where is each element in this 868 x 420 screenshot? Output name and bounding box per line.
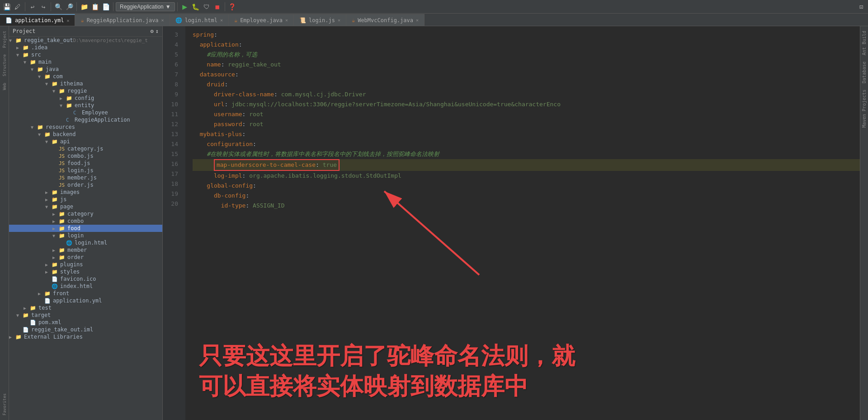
tree-item[interactable]: ▼📁java xyxy=(9,66,162,73)
maven-projects-tab[interactable]: Maven Projects xyxy=(861,87,868,130)
tree-item[interactable]: 🌐index.html xyxy=(9,283,162,290)
close-icon[interactable]: ⊡ xyxy=(856,2,866,12)
tree-item[interactable]: ▼📁reggie_take_out D:\mavenprojects\reggi… xyxy=(9,37,162,44)
tree-item-name: reggie xyxy=(67,88,87,94)
line-number: 6 xyxy=(163,60,182,70)
tab-reggie-close[interactable]: ✕ xyxy=(161,18,164,23)
tab-webmvc-label: WebMvcConfig.java xyxy=(358,17,413,24)
tree-item[interactable]: ▼📁itheima xyxy=(9,80,162,87)
tree-item[interactable]: ▼📁main xyxy=(9,58,162,66)
tree-icon: 🌐 xyxy=(52,283,59,289)
find-replace-icon[interactable]: 🔎 xyxy=(64,2,74,12)
tree-item[interactable]: ▶📁External Libraries xyxy=(9,333,162,340)
code-line: datasource: xyxy=(193,70,860,80)
tree-item[interactable]: JScombo.js xyxy=(9,152,162,160)
tree-item[interactable]: ▼📁resources xyxy=(9,123,162,131)
tree-item[interactable]: CEmployee xyxy=(9,109,162,116)
paste-icon[interactable]: 📄 xyxy=(101,2,111,12)
yaml-key: application xyxy=(200,41,239,48)
open-folder-icon[interactable]: 📁 xyxy=(79,2,89,12)
find-icon[interactable]: 🔍 xyxy=(53,2,63,12)
tree-item-name: .idea xyxy=(31,44,47,51)
tab-reggie[interactable]: ☕ ReggieApplication.java ✕ xyxy=(75,14,170,26)
debug-icon[interactable]: 🐛 xyxy=(191,2,201,12)
tree-item[interactable]: JSmember.js xyxy=(9,174,162,181)
tree-item[interactable]: ▶📁front xyxy=(9,290,162,297)
tree-item[interactable]: ▶📁test xyxy=(9,304,162,311)
tab-login-html-close[interactable]: ✕ xyxy=(220,18,223,23)
tree-item[interactable]: CReggieApplication xyxy=(9,116,162,123)
tree-item[interactable]: ▶📁js xyxy=(9,196,162,203)
tree-item[interactable]: ▶📁.idea xyxy=(9,44,162,51)
structure-tab[interactable]: Structure xyxy=(2,52,7,79)
tree-item[interactable]: ▼📁src xyxy=(9,51,162,58)
tree-item[interactable]: ▶📁combo xyxy=(9,217,162,225)
ant-build-tab[interactable]: Ant Build xyxy=(861,28,868,58)
tree-item[interactable]: ▶📁food xyxy=(9,225,162,232)
tree-item[interactable]: ▶📁styles xyxy=(9,268,162,275)
tree-icon: 📁 xyxy=(15,334,23,340)
tree-item[interactable]: JScategory.js xyxy=(9,145,162,152)
tree-item[interactable]: ▼📁login xyxy=(9,232,162,239)
sidebar-expand-icon[interactable]: ↕ xyxy=(156,28,159,34)
tab-webmvc[interactable]: ☕ WebMvcConfig.java ✕ xyxy=(346,14,425,26)
tree-item[interactable]: ▼📁com xyxy=(9,73,162,80)
yaml-value: root xyxy=(245,111,263,118)
tree-item[interactable]: JSorder.js xyxy=(9,181,162,189)
tab-reggie-label: ReggieApplication.java xyxy=(87,17,159,24)
tree-item[interactable]: ▼📁api xyxy=(9,138,162,145)
stop-icon[interactable]: ■ xyxy=(212,2,222,12)
favorites-tab[interactable]: Favorites xyxy=(2,391,7,418)
tree-item[interactable]: ▶📁plugins xyxy=(9,261,162,268)
help-icon[interactable]: ❓ xyxy=(227,2,237,12)
tree-item[interactable]: ▶📁images xyxy=(9,189,162,196)
tab-yaml[interactable]: 📄 application.yml ✕ xyxy=(0,14,75,26)
employee-file-icon: ☕ xyxy=(234,17,237,24)
tree-item[interactable]: ▼📁entity xyxy=(9,102,162,109)
tab-login-js[interactable]: 📜 login.js ✕ xyxy=(294,14,346,26)
tree-item[interactable]: ▶📁config xyxy=(9,94,162,102)
tree-item-path: D:\mavenprojects\reggie_t xyxy=(73,38,148,43)
database-tab[interactable]: Database xyxy=(861,59,868,86)
copy-icon[interactable]: 📋 xyxy=(90,2,100,12)
tab-employee[interactable]: ☕ Employee.java ✕ xyxy=(229,14,294,26)
tree-item[interactable]: 📄reggie_take_out.iml xyxy=(9,326,162,333)
tab-login-html[interactable]: 🌐 login.html ✕ xyxy=(170,14,229,26)
yaml-value: root xyxy=(245,121,263,127)
tab-login-js-close[interactable]: ✕ xyxy=(338,18,340,23)
coverage-icon[interactable]: 🛡 xyxy=(202,2,212,12)
run-icon[interactable]: ▶ xyxy=(180,2,190,12)
tree-item[interactable]: ▶📁order xyxy=(9,254,162,261)
tab-yaml-close[interactable]: ✕ xyxy=(66,18,69,23)
code-content[interactable]: spring: application: #应用的名称，可选 name: reg… xyxy=(185,26,860,420)
tree-icon: JS xyxy=(59,153,66,159)
tree-item[interactable]: ▼📁backend xyxy=(9,131,162,138)
tree-item[interactable]: 📄favicon.ico xyxy=(9,275,162,283)
tree-icon: 📁 xyxy=(52,81,59,87)
edit-icon[interactable]: 🖊 xyxy=(13,2,23,12)
code-line: spring: xyxy=(193,30,860,40)
tree-item-name: entity xyxy=(75,102,94,109)
tree-item[interactable]: ▶📁category xyxy=(9,210,162,217)
code-editor[interactable]: 34567891011121314151617181920 spring: ap… xyxy=(163,26,860,420)
web-tab[interactable]: Web xyxy=(2,80,7,93)
tab-webmvc-close[interactable]: ✕ xyxy=(416,18,419,23)
redo-icon[interactable]: ↪ xyxy=(38,2,48,12)
tree-item[interactable]: ▼📁reggie xyxy=(9,87,162,94)
reggie-file-icon: ☕ xyxy=(80,17,84,24)
sidebar-settings-icon[interactable]: ⚙ xyxy=(151,28,154,34)
run-config-button[interactable]: ReggieApplication ▼ xyxy=(116,2,175,11)
run-config-label: ReggieApplication xyxy=(120,4,164,10)
tree-item[interactable]: 🌐login.html xyxy=(9,239,162,246)
tree-item[interactable]: JSlogin.js xyxy=(9,167,162,174)
tree-item[interactable]: 📄application.yml xyxy=(9,297,162,304)
tree-item[interactable]: ▼📁target xyxy=(9,311,162,319)
project-tab[interactable]: Project xyxy=(2,28,7,51)
undo-icon[interactable]: ↩ xyxy=(28,2,38,12)
tree-item[interactable]: JSfood.js xyxy=(9,160,162,167)
tree-item[interactable]: ▶📁member xyxy=(9,246,162,254)
tree-item[interactable]: ▼📁page xyxy=(9,203,162,210)
tab-employee-close[interactable]: ✕ xyxy=(285,18,288,23)
tree-item[interactable]: 📄pom.xml xyxy=(9,319,162,326)
save-icon[interactable]: 💾 xyxy=(2,2,12,12)
